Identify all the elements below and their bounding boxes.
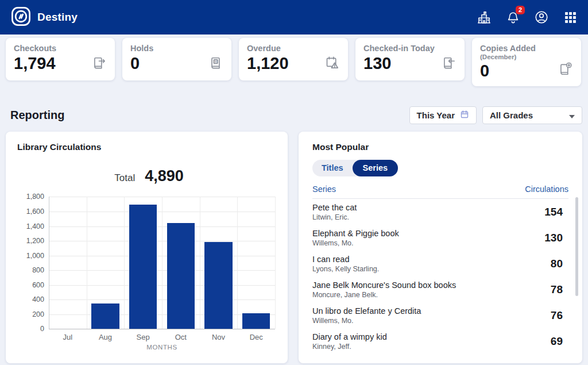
series-author: Willems, Mo. — [312, 317, 421, 325]
titles-series-toggle: Titles Series — [312, 160, 398, 176]
list-item[interactable]: Jane Belk Moncure's Sound box booksMoncu… — [312, 276, 568, 302]
y-tick-label: 200 — [32, 310, 44, 318]
gridline — [200, 197, 200, 329]
account-icon[interactable] — [534, 10, 549, 25]
list-item[interactable]: Elephant & Piggie bookWillems, Mo.130 — [312, 225, 568, 251]
gridline — [124, 197, 125, 329]
main-content: Library Circulations Total 4,890 0200400… — [0, 132, 588, 363]
popular-list: Pete the catLitwin, Eric.154Elephant & P… — [312, 199, 568, 363]
grade-filter-select[interactable]: All Grades — [482, 106, 582, 124]
grade-filter-value: All Grades — [490, 110, 533, 120]
chart-bar-aug — [91, 303, 119, 329]
column-header-circulations: Circulations — [525, 185, 568, 194]
checked-in-today-card[interactable]: Checked-in Today 130 — [355, 38, 465, 80]
x-tick-label: Nov — [200, 333, 238, 341]
total-value: 4,890 — [145, 167, 184, 185]
x-tick-label: Aug — [87, 333, 125, 341]
y-tick-label: 800 — [32, 266, 44, 274]
list-item[interactable]: I can readLyons, Kelly Starling.80 — [312, 251, 568, 276]
calendar-alert-icon — [324, 55, 340, 73]
list-item[interactable]: Cuentos faciles — [312, 354, 568, 363]
gridline — [49, 329, 275, 329]
notification-badge: 2 — [516, 6, 525, 14]
x-tick-label: Dec — [237, 333, 275, 341]
series-author: Litwin, Eric. — [312, 213, 357, 221]
series-author: Willems, Mo. — [312, 239, 399, 247]
list-item-text: Pete the catLitwin, Eric. — [312, 203, 357, 222]
card-label: Holds — [130, 44, 223, 53]
card-label: Copies Added — [480, 44, 573, 53]
panel-title: Most Popular — [312, 142, 568, 152]
series-title: Un libro de Elefante y Cerdita — [312, 306, 421, 316]
series-author: Kinney, Jeff. — [312, 343, 387, 351]
bell-icon[interactable]: 2 — [505, 10, 520, 25]
total-label: Total — [114, 172, 135, 184]
circulation-count: 154 — [544, 206, 563, 218]
chart-plot: 02004006008001,0001,2001,4001,6001,800 — [49, 197, 275, 329]
list-item-text: Diary of a wimpy kidKinney, Jeff. — [312, 332, 387, 351]
chart-bar-dec — [242, 313, 270, 329]
series-title: I can read — [312, 255, 379, 264]
x-tick-label: Jul — [49, 333, 87, 341]
tab-series[interactable]: Series — [353, 160, 399, 176]
book-hold-icon: H — [208, 56, 223, 73]
series-title: Cuentos faciles — [312, 363, 369, 364]
period-label: This Year — [417, 110, 455, 120]
card-sublabel: (December) — [480, 53, 573, 60]
list-item[interactable]: Un libro de Elefante y CerditaWillems, M… — [312, 302, 568, 328]
gridline — [49, 197, 49, 329]
circulation-count: 69 — [551, 335, 563, 348]
library-circulations-panel: Library Circulations Total 4,890 0200400… — [6, 132, 288, 363]
list-item[interactable]: Diary of a wimpy kidKinney, Jeff.69 — [312, 328, 568, 354]
stats-row: Checkouts 1,794 Holds 0 H Overdue 1,120 — [0, 34, 588, 86]
y-tick-label: 1,400 — [26, 222, 44, 230]
gridline — [162, 197, 163, 329]
overdue-card[interactable]: Overdue 1,120 — [239, 38, 348, 80]
list-header: Series Circulations — [312, 185, 568, 199]
y-tick-label: 400 — [32, 295, 44, 303]
brand-logo[interactable]: Destiny — [10, 6, 78, 29]
checkouts-card[interactable]: Checkouts 1,794 — [6, 38, 115, 80]
list-item[interactable]: Pete the catLitwin, Eric.154 — [312, 199, 568, 225]
navbar-actions: 2 — [477, 10, 578, 25]
card-label: Checkouts — [14, 44, 107, 53]
brand-name: Destiny — [37, 11, 78, 24]
destiny-logo-icon — [10, 6, 32, 29]
copies-added-card[interactable]: Copies Added (December) 0 — [472, 38, 581, 86]
y-tick-label: 600 — [32, 281, 44, 289]
chart-bar-sep — [129, 205, 157, 329]
circulation-count: 80 — [551, 258, 563, 270]
circulation-count: 76 — [551, 309, 563, 322]
chart-x-axis-title: MONTHS — [49, 344, 275, 351]
tab-titles[interactable]: Titles — [312, 160, 353, 176]
apps-grid-icon[interactable] — [563, 10, 578, 25]
holds-card[interactable]: Holds 0 H — [122, 38, 231, 80]
school-icon[interactable] — [477, 10, 492, 25]
page-title: Reporting — [10, 109, 64, 122]
column-header-series: Series — [312, 185, 336, 194]
series-title: Diary of a wimpy kid — [312, 332, 387, 342]
book-checkout-icon — [92, 56, 107, 73]
chart-total: Total 4,890 — [17, 167, 281, 185]
chart-x-labels: JulAugSepOctNovDec — [49, 333, 275, 341]
reporting-header: Reporting This Year All Grades — [0, 106, 588, 124]
book-add-icon — [558, 62, 573, 79]
list-item-text: Elephant & Piggie bookWillems, Mo. — [312, 229, 399, 248]
calendar-icon — [460, 110, 469, 121]
chart-bar-oct — [167, 223, 195, 329]
gridline — [87, 197, 87, 329]
series-title: Elephant & Piggie book — [312, 229, 399, 239]
period-button[interactable]: This Year — [409, 106, 477, 124]
circulation-count: 78 — [551, 283, 563, 296]
x-tick-label: Sep — [124, 333, 162, 341]
list-item-text: Un libro de Elefante y CerditaWillems, M… — [312, 306, 421, 325]
scrollbar-thumb[interactable] — [575, 197, 578, 296]
series-author: Moncure, Jane Belk. — [312, 291, 456, 299]
circulation-count: 130 — [544, 232, 563, 244]
report-controls: This Year All Grades — [409, 106, 582, 124]
card-label: Checked-in Today — [363, 44, 457, 53]
y-tick-label: 1,800 — [26, 193, 44, 201]
chart-bar-nov — [204, 242, 233, 329]
y-tick-label: 0 — [40, 325, 44, 333]
navbar: Destiny 2 — [0, 0, 588, 34]
